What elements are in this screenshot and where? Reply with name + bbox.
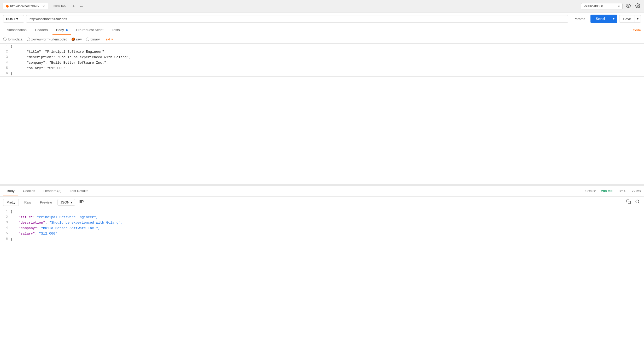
save-dropdown-button[interactable]: ▾ bbox=[635, 15, 641, 22]
send-button[interactable]: Send bbox=[590, 15, 610, 23]
resp-tab-body[interactable]: Body bbox=[3, 187, 18, 195]
json-value: "Principal Software Engineer", bbox=[37, 215, 98, 219]
line-number: 3 bbox=[0, 55, 10, 60]
request-editor-wrapper: 1{2 "title": "Principal Software Enginee… bbox=[0, 44, 644, 184]
request-tabs: Authorization Headers Body Pre-request S… bbox=[0, 25, 644, 35]
line-number: 6 bbox=[0, 71, 10, 76]
json-key: "description" bbox=[19, 221, 45, 225]
json-format-selector[interactable]: JSON ▾ bbox=[57, 199, 75, 206]
binary-option[interactable]: binary bbox=[86, 37, 100, 41]
line-content: "salary": "$12,000" bbox=[10, 65, 66, 71]
json-chevron-icon: ▾ bbox=[71, 200, 72, 204]
params-button[interactable]: Params bbox=[570, 15, 588, 22]
svg-point-0 bbox=[628, 5, 629, 6]
settings-icon-button[interactable] bbox=[634, 2, 641, 10]
line-content: } bbox=[10, 71, 13, 76]
response-editor: 1{2 "title": "Principal Software Enginee… bbox=[0, 208, 644, 242]
pretty-button[interactable]: Pretty bbox=[3, 199, 19, 206]
send-button-group: Send ▾ bbox=[590, 15, 617, 23]
wrap-lines-button[interactable] bbox=[77, 199, 86, 206]
new-tab[interactable]: New Tab bbox=[50, 3, 69, 9]
line-number: 4 bbox=[0, 225, 10, 231]
request-editor[interactable]: 1{2 "title": "Principal Software Enginee… bbox=[0, 44, 644, 77]
response-section: Body Cookies Headers (3) Test Results St… bbox=[0, 186, 644, 359]
response-status-bar: Status: 200 OK Time: 72 ms bbox=[585, 189, 641, 193]
tab-authorization[interactable]: Authorization bbox=[3, 25, 30, 35]
tab-headers[interactable]: Headers bbox=[31, 25, 51, 35]
tab-tests[interactable]: Tests bbox=[108, 25, 123, 35]
line-number: 1 bbox=[0, 44, 10, 49]
line-content: "company": "Build Better Software Inc.", bbox=[10, 225, 100, 231]
json-key: "title" bbox=[19, 215, 33, 219]
tab-body[interactable]: Body bbox=[52, 25, 71, 35]
x-www-option[interactable]: x-www-form-urlencoded bbox=[27, 37, 67, 41]
chevron-down-icon: ▾ bbox=[618, 4, 620, 8]
editor-line: 4 "company": "Build Better Software Inc.… bbox=[0, 60, 644, 65]
active-tab-label: http://localhost:9090/ bbox=[10, 4, 39, 8]
tab-dot bbox=[6, 5, 9, 8]
json-key: "company" bbox=[19, 226, 37, 230]
preview-button[interactable]: Preview bbox=[37, 199, 55, 206]
more-tabs-button[interactable]: ··· bbox=[79, 4, 85, 9]
line-content: "description": "Should be experienced wi… bbox=[10, 55, 131, 60]
send-dropdown-button[interactable]: ▾ bbox=[610, 15, 617, 23]
text-type-chevron-icon: ▾ bbox=[111, 37, 113, 41]
line-content: "title": "Principal Software Engineer", bbox=[10, 49, 106, 55]
line-number: 5 bbox=[0, 231, 10, 236]
svg-line-7 bbox=[638, 202, 639, 203]
resp-tab-cookies[interactable]: Cookies bbox=[19, 187, 39, 195]
json-key: "salary" bbox=[19, 232, 35, 236]
line-number: 6 bbox=[0, 236, 10, 242]
raw-option[interactable]: raw bbox=[72, 37, 82, 41]
time-value: 72 ms bbox=[632, 189, 641, 193]
server-value: localhost9080 bbox=[584, 4, 603, 8]
response-tools bbox=[625, 198, 641, 206]
line-content: "title": "Principal Software Engineer", bbox=[10, 214, 98, 220]
save-button[interactable]: Save bbox=[619, 15, 635, 22]
brace: { bbox=[10, 210, 13, 214]
response-line: 5 "salary": "$12,000" bbox=[0, 231, 644, 236]
editor-line: 1{ bbox=[0, 44, 644, 49]
server-selector[interactable]: localhost9080 ▾ bbox=[581, 3, 623, 9]
method-value: POST bbox=[6, 17, 15, 21]
response-line: 6} bbox=[0, 236, 644, 242]
visibility-icon-button[interactable] bbox=[625, 2, 632, 10]
response-line: 2 "title": "Principal Software Engineer"… bbox=[0, 214, 644, 220]
line-number: 2 bbox=[0, 49, 10, 54]
request-section: POST ▾ Params Send ▾ Save ▾ Authorizatio… bbox=[0, 13, 644, 186]
browser-right: localhost9080 ▾ bbox=[581, 2, 641, 10]
raw-button[interactable]: Raw bbox=[21, 199, 34, 206]
resp-tab-test-results[interactable]: Test Results bbox=[66, 187, 92, 195]
resp-tab-headers[interactable]: Headers (3) bbox=[40, 187, 65, 195]
json-value: "Build Better Software Inc.", bbox=[41, 226, 100, 230]
svg-point-6 bbox=[636, 200, 639, 203]
editor-line: 3 "description": "Should be experienced … bbox=[0, 55, 644, 60]
json-value: "$12,000" bbox=[39, 232, 57, 236]
line-number: 5 bbox=[0, 65, 10, 71]
method-chevron-icon: ▾ bbox=[16, 17, 18, 21]
tab-pre-request[interactable]: Pre-request Script bbox=[72, 25, 107, 35]
close-tab-icon[interactable]: ✕ bbox=[42, 4, 45, 8]
search-button[interactable] bbox=[634, 198, 641, 206]
form-data-option[interactable]: form-data bbox=[3, 37, 22, 41]
save-button-group: Save ▾ bbox=[619, 15, 641, 23]
line-number: 4 bbox=[0, 60, 10, 65]
add-tab-button[interactable]: + bbox=[71, 3, 76, 9]
svg-point-1 bbox=[637, 5, 639, 6]
line-content: "company": "Build Better Software Inc.", bbox=[10, 60, 108, 65]
response-editor-wrapper: 1{2 "title": "Principal Software Enginee… bbox=[0, 208, 644, 359]
response-line: 3 "description": "Should be experienced … bbox=[0, 220, 644, 225]
status-value: 200 OK bbox=[601, 189, 613, 193]
line-content: } bbox=[10, 236, 13, 242]
line-content: { bbox=[10, 209, 13, 214]
new-tab-label: New Tab bbox=[54, 4, 66, 8]
text-type-button[interactable]: Text ▾ bbox=[104, 37, 113, 41]
brace: } bbox=[10, 237, 13, 241]
method-selector[interactable]: POST ▾ bbox=[3, 15, 24, 23]
active-tab[interactable]: http://localhost:9090/ ✕ bbox=[3, 3, 48, 9]
response-tabs: Body Cookies Headers (3) Test Results St… bbox=[0, 186, 644, 197]
body-dot bbox=[66, 29, 68, 31]
code-link[interactable]: Code bbox=[633, 26, 641, 35]
copy-button[interactable] bbox=[625, 198, 632, 206]
url-input[interactable] bbox=[26, 15, 568, 23]
